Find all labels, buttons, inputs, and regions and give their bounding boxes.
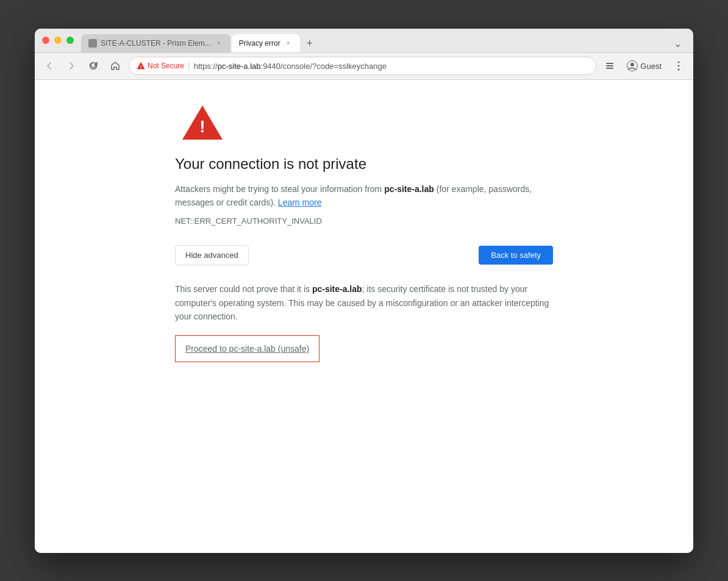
tab-dropdown-button[interactable]: ⌄: [669, 35, 686, 52]
advanced-domain: pc-site-a.lab: [312, 284, 362, 294]
tab-2[interactable]: Privacy error ×: [232, 34, 300, 52]
tabs-area: SITE-A-CLUSTER - Prism Elem... × Privacy…: [81, 29, 686, 52]
chrome-menu-button[interactable]: [670, 57, 687, 74]
proceed-link[interactable]: Proceed to pc-site-a.lab (unsafe): [185, 344, 309, 354]
tab-1-close[interactable]: ×: [215, 39, 223, 48]
not-secure-label: Not Secure: [148, 62, 184, 70]
error-desc-part1: Attackers might be trying to steal your …: [175, 184, 384, 194]
svg-point-6: [678, 62, 680, 63]
tab-strip-button[interactable]: [601, 57, 618, 74]
svg-text:!: !: [140, 65, 141, 69]
error-code: NET::ERR_CERT_AUTHORITY_INVALID: [175, 216, 553, 226]
address-divider: |: [188, 61, 190, 71]
warning-triangle-icon: !: [181, 104, 224, 141]
tab-1-label: SITE-A-CLUSTER - Prism Elem...: [101, 39, 211, 48]
learn-more-link[interactable]: Learn more: [278, 198, 322, 207]
advanced-text-part1: This server could not prove that it is: [175, 284, 312, 294]
new-tab-button[interactable]: +: [301, 35, 318, 52]
url-path: :9440/console/?code=sslkeychange: [261, 62, 387, 71]
svg-rect-3: [606, 68, 613, 69]
svg-text:!: !: [199, 117, 205, 136]
tab-2-label: Privacy error: [239, 39, 280, 48]
url-display: https://pc-site-a.lab:9440/console/?code…: [194, 62, 589, 71]
tab-1[interactable]: SITE-A-CLUSTER - Prism Elem... ×: [81, 34, 230, 52]
address-bar[interactable]: ! Not Secure | https://pc-site-a.lab:944…: [129, 57, 596, 75]
url-domain: pc-site-a.lab: [218, 62, 261, 71]
traffic-lights: [42, 37, 74, 44]
profile-label: Guest: [640, 62, 662, 71]
not-secure-badge: ! Not Secure: [137, 62, 184, 70]
svg-rect-2: [606, 65, 613, 66]
maximize-button[interactable]: [66, 37, 74, 44]
back-to-safety-button[interactable]: Back to safety: [479, 246, 553, 265]
svg-point-8: [678, 69, 680, 71]
tab-1-favicon: [88, 39, 97, 48]
back-button[interactable]: [41, 57, 58, 74]
button-row: Hide advanced Back to safety: [175, 245, 553, 265]
profile-button[interactable]: Guest: [622, 59, 666, 73]
address-bar-area: ! Not Secure | https://pc-site-a.lab:944…: [35, 53, 693, 80]
error-description: Attackers might be trying to steal your …: [175, 182, 553, 210]
advanced-info: This server could not prove that it is p…: [175, 282, 553, 323]
svg-rect-1: [606, 63, 613, 64]
browser-window: SITE-A-CLUSTER - Prism Elem... × Privacy…: [35, 29, 693, 553]
close-button[interactable]: [42, 37, 49, 44]
error-page: ! Your connection is not private Attacke…: [175, 104, 553, 363]
error-icon-container: !: [175, 104, 553, 141]
svg-point-5: [630, 63, 634, 66]
title-bar: SITE-A-CLUSTER - Prism Elem... × Privacy…: [35, 29, 693, 53]
browser-content: ! Your connection is not private Attacke…: [35, 80, 693, 553]
minimize-button[interactable]: [54, 37, 62, 44]
hide-advanced-button[interactable]: Hide advanced: [175, 245, 249, 265]
error-desc-domain: pc-site-a.lab: [384, 184, 434, 194]
svg-point-7: [678, 65, 680, 67]
proceed-link-container: Proceed to pc-site-a.lab (unsafe): [175, 335, 319, 362]
address-bar-right: Guest: [601, 57, 687, 74]
error-title: Your connection is not private: [175, 155, 553, 173]
forward-button[interactable]: [63, 57, 80, 74]
reload-button[interactable]: [85, 57, 102, 74]
home-button[interactable]: [107, 57, 124, 74]
url-prefix: https://: [194, 62, 218, 71]
tab-2-close[interactable]: ×: [284, 39, 293, 48]
